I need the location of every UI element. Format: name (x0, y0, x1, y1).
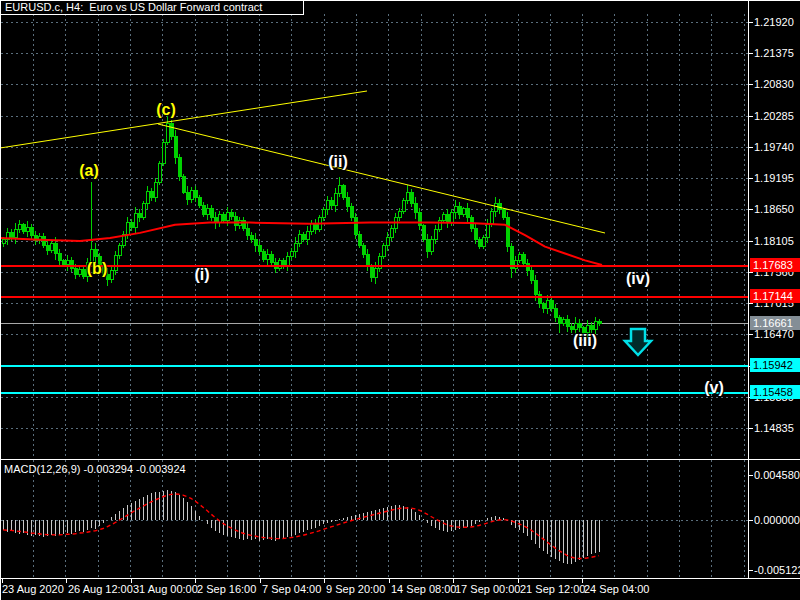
price-axis-tick-label: 1.19740 (754, 142, 794, 153)
time-axis-label: 2 Sep 16:00 (197, 583, 256, 595)
macd-indicator-label: MACD(12,26,9) -0.003294 -0.003924 (4, 463, 186, 475)
time-axis-label: 21 Sep 12:00 (520, 583, 585, 595)
macd-axis-tick-label: 0.004580 (754, 470, 800, 481)
wave-label-iv[interactable]: (iv) (626, 270, 650, 288)
current-price-badge: 1.16661 (750, 316, 800, 330)
time-axis-label: 9 Sep 20:00 (326, 583, 385, 595)
wave-label-a[interactable]: (a) (79, 162, 99, 180)
price-axis-tick-label: 1.16470 (754, 329, 794, 340)
macd-axis-tick-label: -0.005122 (754, 565, 800, 576)
macd-histogram (4, 490, 600, 565)
price-axis-tick-label: 1.20285 (754, 111, 794, 122)
macd-signal-line (3, 494, 599, 559)
chart-window[interactable]: EURUSD.c, H4: Euro vs US Dollar Forward … (0, 0, 800, 600)
time-axis-label: 31 Aug 00:00 (133, 583, 198, 595)
wave-label-c[interactable]: (c) (156, 101, 176, 119)
chart-title: EURUSD.c, H4: Euro vs US Dollar Forward … (0, 0, 304, 15)
price-axis-tick-label: 1.14835 (754, 423, 794, 434)
time-axis-label: 7 Sep 04:00 (262, 583, 321, 595)
time-axis-label: 14 Sep 08:00 (391, 583, 456, 595)
support-2-price-badge: 1.15458 (750, 385, 800, 399)
support-1-price-badge: 1.15942 (750, 358, 800, 372)
price-axis-tick-label: 1.18650 (754, 204, 794, 215)
time-axis-label: 23 Aug 2020 (2, 583, 64, 595)
time-axis-label: 24 Sep 04:00 (584, 583, 649, 595)
ascending-trendline[interactable] (0, 91, 367, 148)
wave-label-v[interactable]: (v) (704, 379, 724, 397)
time-axis-label: 26 Aug 12:00 (68, 583, 133, 595)
price-axis-tick-label: 1.21920 (754, 17, 794, 28)
price-axis-tick-label: 1.21375 (754, 48, 794, 59)
wave-label-ii[interactable]: (ii) (328, 153, 348, 171)
resistance-2-price-badge: 1.17144 (750, 289, 800, 303)
down-arrow-icon[interactable] (625, 329, 651, 355)
wave-label-b[interactable]: (b) (87, 260, 107, 278)
price-axis-tick-label: 1.20830 (754, 79, 794, 90)
resistance-1-price-badge: 1.17683 (750, 258, 800, 272)
time-axis-label: 17 Sep 00:00 (455, 583, 520, 595)
wave-label-i[interactable]: (i) (194, 266, 209, 284)
price-axis-tick-label: 1.18105 (754, 236, 794, 247)
price-axis-tick-label: 1.19195 (754, 173, 794, 184)
wave-label-iii[interactable]: (iii) (573, 332, 597, 350)
macd-axis-tick-label: 0.000000 (754, 515, 800, 526)
chart-canvas[interactable] (0, 0, 800, 600)
